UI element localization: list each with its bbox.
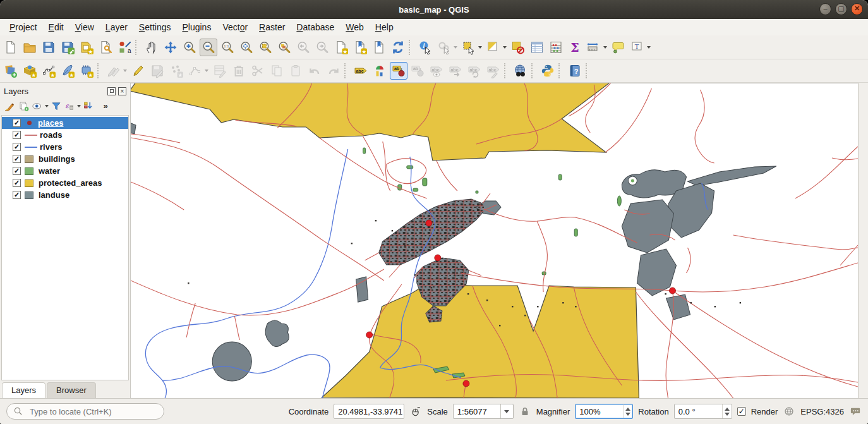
layer-item-buildings[interactable]: ✓buildings xyxy=(2,153,128,165)
metasearch-button[interactable] xyxy=(512,62,529,80)
highlight-pinned-labels-button[interactable]: ab xyxy=(409,62,426,80)
dropdown-caret-icon[interactable] xyxy=(603,46,607,49)
zoom-to-selection-button[interactable] xyxy=(256,39,274,56)
pan-map-button[interactable] xyxy=(143,39,160,56)
layer-checkbox-places[interactable]: ✓ xyxy=(13,119,21,127)
coordinate-field[interactable]: 20.4981,-33.9741 xyxy=(334,404,404,419)
layer-checkbox-rivers[interactable]: ✓ xyxy=(13,143,21,151)
dropdown-caret-icon[interactable] xyxy=(503,46,507,49)
show-layout-manager-button[interactable] xyxy=(97,39,114,56)
panel-float-icon[interactable] xyxy=(107,87,116,95)
manage-map-themes-button[interactable] xyxy=(32,99,49,113)
menu-edit[interactable]: Edit xyxy=(43,20,69,34)
style-manager-button[interactable]: a xyxy=(116,39,133,56)
magnifier-spin-arrows[interactable] xyxy=(623,404,632,418)
deselect-all-button[interactable] xyxy=(509,39,527,56)
zoom-out-button[interactable] xyxy=(200,39,217,56)
layer-checkbox-protected_areas[interactable]: ✓ xyxy=(13,179,21,187)
zoom-full-button[interactable] xyxy=(238,39,255,56)
locate-input[interactable] xyxy=(28,406,148,417)
dropdown-caret-icon[interactable] xyxy=(77,105,81,107)
new-spatial-bookmark-button[interactable]: ★ xyxy=(332,39,350,56)
filter-by-expression-button[interactable]: ε xyxy=(64,99,81,113)
layer-item-landuse[interactable]: ✓landuse xyxy=(2,189,128,201)
lock-scale-icon[interactable] xyxy=(519,405,531,418)
field-calculator-button[interactable] xyxy=(547,39,565,56)
menu-project[interactable]: Project xyxy=(4,20,43,34)
save-project-button[interactable] xyxy=(40,39,57,56)
zoom-last-button[interactable] xyxy=(294,39,312,56)
cut-features-button[interactable] xyxy=(249,62,267,80)
messages-icon[interactable] xyxy=(849,405,862,418)
vertex-tool-button[interactable] xyxy=(186,62,210,80)
layer-item-water[interactable]: ✓water xyxy=(2,165,128,177)
layer-checkbox-buildings[interactable]: ✓ xyxy=(13,155,21,163)
new-spatialite-layer-button[interactable]: ★ xyxy=(59,62,76,80)
layer-labeling-options-button[interactable]: abc xyxy=(352,62,370,80)
menu-web[interactable]: Web xyxy=(340,20,370,34)
run-feature-action-button[interactable] xyxy=(435,39,459,56)
paste-features-button[interactable] xyxy=(287,62,304,80)
delete-selected-button[interactable] xyxy=(230,62,248,80)
panel-tab-layers[interactable]: Layers xyxy=(2,382,45,398)
show-spatial-bookmarks-button[interactable]: ★ xyxy=(351,39,369,56)
render-checkbox[interactable]: ✓ xyxy=(737,407,746,416)
open-attribute-table-button[interactable] xyxy=(528,39,546,56)
rotation-spin-arrows[interactable] xyxy=(722,404,732,418)
data-source-manager-button[interactable] xyxy=(2,62,20,80)
close-button[interactable]: ✕ xyxy=(851,3,863,15)
dropdown-caret-icon[interactable] xyxy=(205,70,208,72)
layer-checkbox-landuse[interactable]: ✓ xyxy=(13,191,21,199)
text-annotation-button[interactable]: T xyxy=(629,39,652,56)
help-contents-button[interactable]: ? xyxy=(566,62,584,80)
panel-tab-browser[interactable]: Browser xyxy=(47,382,96,398)
identify-features-button[interactable]: i xyxy=(416,39,434,56)
show-bookmark-manager-button[interactable] xyxy=(370,39,388,56)
locate-bar[interactable] xyxy=(6,403,164,420)
refresh-map-button[interactable] xyxy=(389,39,407,56)
open-project-button[interactable] xyxy=(21,39,39,56)
add-group-button[interactable] xyxy=(17,99,31,113)
minimize-button[interactable]: – xyxy=(819,3,831,15)
layer-checkbox-water[interactable]: ✓ xyxy=(13,167,21,175)
copy-features-button[interactable] xyxy=(268,62,286,80)
new-virtual-layer-button[interactable]: ★ xyxy=(78,62,95,80)
title-bar[interactable]: basic_map - QGIS –▢✕ xyxy=(0,0,868,19)
panel-close-icon[interactable]: × xyxy=(118,87,126,95)
add-point-feature-button[interactable]: ★ xyxy=(167,62,185,80)
current-edits-button[interactable] xyxy=(105,62,128,80)
menu-database[interactable]: Database xyxy=(291,20,340,34)
panel-more-button[interactable]: » xyxy=(96,99,110,113)
menu-vector[interactable]: Vector xyxy=(217,20,253,34)
new-shapefile-layer-button[interactable]: ★ xyxy=(40,62,57,80)
undo-button[interactable] xyxy=(306,62,323,80)
zoom-in-button[interactable] xyxy=(181,39,198,56)
dropdown-caret-icon[interactable] xyxy=(454,46,457,49)
save-layer-edits-button[interactable] xyxy=(148,62,166,80)
new-project-button[interactable] xyxy=(2,39,20,56)
move-label-button[interactable]: abc xyxy=(447,62,464,80)
new-geopackage-layer-button[interactable]: ★ xyxy=(21,62,39,80)
menu-help[interactable]: Help xyxy=(370,20,399,34)
layer-item-rivers[interactable]: ✓rivers xyxy=(2,141,128,153)
redo-button[interactable] xyxy=(325,62,342,80)
layer-item-places[interactable]: ✓places xyxy=(2,117,128,129)
new-print-layout-button[interactable]: ★ xyxy=(78,39,95,56)
filter-legend-button[interactable] xyxy=(49,99,63,113)
python-console-button[interactable] xyxy=(539,62,557,80)
dropdown-caret-icon[interactable] xyxy=(647,46,651,49)
layer-checkbox-roads[interactable]: ✓ xyxy=(13,131,21,139)
expand-collapse-all-button[interactable] xyxy=(81,99,95,113)
change-label-button[interactable]: abc xyxy=(485,62,502,80)
rotation-spinbox[interactable]: 0.0 ° xyxy=(674,404,732,419)
map-tips-button[interactable] xyxy=(610,39,627,56)
menu-view[interactable]: View xyxy=(69,20,100,34)
statistical-summary-button[interactable]: Σ xyxy=(566,39,584,56)
layer-diagram-options-button[interactable] xyxy=(371,62,389,80)
save-project-as-button[interactable] xyxy=(59,39,76,56)
scale-dropdown-icon[interactable] xyxy=(500,404,513,418)
measure-line-button[interactable] xyxy=(585,39,608,56)
select-features-button[interactable] xyxy=(460,39,483,56)
open-layer-styling-button[interactable] xyxy=(3,99,16,113)
dropdown-caret-icon[interactable] xyxy=(478,46,482,49)
